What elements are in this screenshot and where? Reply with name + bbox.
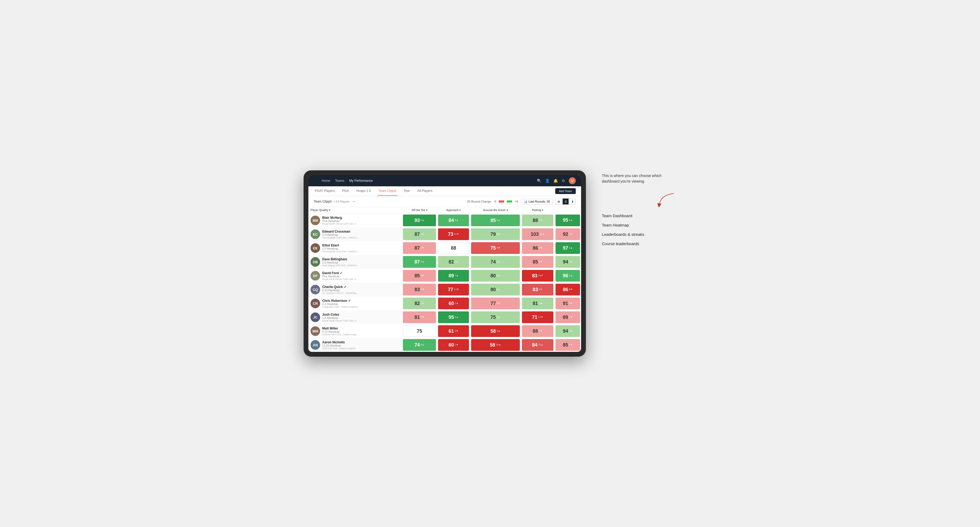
score-change: 8▼ [569, 288, 573, 291]
score-change: 3▼ [569, 233, 573, 236]
tab-tour[interactable]: Tour [402, 186, 411, 196]
score-value: 95 [563, 217, 568, 223]
player-info-cell: BMBlair McHargPlus HandicapRoyal North D… [309, 213, 402, 227]
score-cell-putting: 975▲ [554, 241, 581, 255]
score-change: 3▲ [421, 302, 425, 305]
tab-team-clippd[interactable]: Team Clippd [377, 186, 397, 196]
score-value: 80 [490, 273, 496, 279]
table-row[interactable]: DFDavid Ford ✓Plus HandicapRoyal North D… [309, 269, 581, 283]
table-row[interactable]: JCJosh Coles1-5 HandicapRoyal North Devo… [309, 310, 581, 324]
annotation-arrow [602, 192, 676, 208]
table-row[interactable]: MMMatt Miller6-10 HandicapWoburn Golf Cl… [309, 324, 581, 338]
player-avatar: EC [310, 229, 320, 239]
score-value: 77 [448, 287, 453, 292]
table-row[interactable]: ECEdward Crossman1-5 HandicapSunningdale… [309, 227, 581, 241]
user-icon[interactable]: 👤 [545, 179, 550, 183]
tab-all-players[interactable]: All Players [416, 186, 434, 196]
score-change: 9▲ [421, 219, 425, 222]
table-row[interactable]: CQCharlie Quick ✓6-10 HandicapSt. George… [309, 283, 581, 297]
score-value: 80 [490, 287, 496, 292]
score-value: 77 [490, 301, 496, 306]
player-club: Craigmillar Park, United Kingdom [322, 306, 358, 308]
menu-option-item[interactable]: Team Dashboard [602, 213, 676, 218]
nav-my-performance[interactable]: My Performance [349, 179, 372, 183]
tab-pga[interactable]: PGA [341, 186, 350, 196]
settings-icon[interactable]: ⚙ [562, 179, 565, 183]
menu-option-item[interactable]: Course leaderboards [602, 241, 676, 246]
player-info-cell: CRChris Robertson ✓1-5 HandicapCraigmill… [309, 297, 402, 310]
menu-options-list: Team DashboardTeam HeatmapLeaderboards &… [602, 213, 676, 246]
edit-icon[interactable]: ✏ [353, 200, 355, 203]
score-cell-quality: 833▼ [402, 283, 437, 297]
add-team-button[interactable]: Add Team [555, 188, 576, 194]
col-putting[interactable]: Putting ▾ [521, 207, 554, 213]
score-change: 4▲ [497, 330, 500, 332]
last-rounds-label: Last Rounds: 20 [529, 200, 550, 203]
search-icon[interactable]: 🔍 [537, 179, 541, 183]
score-cell-off_tee: 613▼ [437, 324, 470, 338]
col-approach[interactable]: Approach ▾ [437, 207, 470, 213]
player-avatar: CR [310, 298, 320, 308]
menu-option-item[interactable]: Team Heatmap [602, 223, 676, 227]
score-value: 96 [563, 273, 568, 279]
score-cell-off_tee: 601▼ [437, 338, 470, 352]
score-cell-approach: 584▲ [470, 324, 521, 338]
view-buttons: ⊞ ☰ ⬇ [555, 198, 576, 205]
round-change-plus: +5 [515, 200, 518, 203]
score-cell-putting: 892▼ [554, 310, 581, 324]
sub-navigation: PGAT Players PGA Hcaps 1-5 Team Clippd T… [309, 186, 581, 196]
player-name: David Ford ✓ [322, 271, 360, 275]
col-off-tee[interactable]: Off the Tee ▾ [402, 207, 437, 213]
player-info-cell: DFDavid Ford ✓Plus HandicapRoyal North D… [309, 269, 402, 283]
col-around-green[interactable]: Around the Green ▾ [470, 207, 521, 213]
score-cell-putting: 941▲ [554, 255, 581, 269]
bell-icon[interactable]: 🔔 [554, 179, 558, 183]
tab-pgat-players[interactable]: PGAT Players [314, 186, 336, 196]
user-avatar[interactable]: U [569, 177, 576, 184]
last-rounds-button[interactable]: 📊 Last Rounds: 20 [521, 199, 553, 205]
player-avatar: BM [310, 216, 320, 225]
table-row[interactable]: ANAaron Nicholls11-15 HandicapDrift Golf… [309, 338, 581, 352]
table-row[interactable]: DBDave Billingham1-5 HandicapGog Magog G… [309, 255, 581, 269]
col-player-quality[interactable]: Player Quality ▾ [309, 207, 402, 213]
tab-hcaps[interactable]: Hcaps 1-5 [355, 186, 372, 196]
player-name: Chris Robertson ✓ [322, 299, 358, 303]
view-grid-button[interactable]: ⊞ [555, 198, 562, 205]
score-change: 11▼ [538, 316, 543, 319]
player-info-cell: EEElliot Ebert1-5 HandicapSunningdale Go… [309, 241, 402, 255]
score-cell-quality: 823▲ [402, 297, 437, 310]
player-club: Royal North Devon Golf Club, United King… [322, 278, 360, 281]
score-cell-around_green: 836▼ [521, 283, 554, 297]
player-avatar: AN [310, 340, 320, 350]
nav-teams[interactable]: Teams [335, 179, 344, 183]
score-cell-off_tee: 88 [437, 241, 470, 255]
score-change: 7▲ [455, 275, 458, 277]
score-cell-quality: 939▲ [402, 213, 437, 227]
table-row[interactable]: CRChris Robertson ✓1-5 HandicapCraigmill… [309, 297, 581, 310]
score-cell-putting: 943▲ [554, 324, 581, 338]
player-name: Matt Miller [322, 327, 360, 330]
view-list-button[interactable]: ☰ [562, 198, 569, 205]
score-change: 5▲ [569, 247, 573, 249]
score-value: 89 [563, 314, 568, 320]
view-other-button[interactable]: ⬇ [570, 198, 576, 205]
score-value: 88 [533, 218, 538, 223]
score-cell-putting: 913▼ [554, 297, 581, 310]
table-row[interactable]: BMBlair McHargPlus HandicapRoyal North D… [309, 213, 581, 227]
score-change: 10▼ [538, 275, 543, 277]
score-value: 88 [533, 329, 538, 334]
score-change: 1▲ [421, 233, 425, 236]
round-change-minus: -5 [494, 200, 496, 203]
score-value: 87 [415, 259, 420, 265]
score-cell-approach: 803▲ [470, 269, 521, 283]
score-value: 91 [563, 301, 568, 306]
score-cell-putting: 959▲ [554, 213, 581, 227]
score-change: 1▲ [569, 260, 573, 263]
nav-home[interactable]: Home [322, 179, 330, 183]
table-row[interactable]: EEElliot Ebert1-5 HandicapSunningdale Go… [309, 241, 581, 255]
score-change: 6▼ [539, 288, 542, 291]
nav-links: Home Teams My Performance [322, 179, 372, 183]
score-cell-quality: 871▲ [402, 227, 437, 241]
menu-option-item[interactable]: Leaderboards & streaks [602, 232, 676, 237]
score-value: 95 [449, 314, 454, 320]
